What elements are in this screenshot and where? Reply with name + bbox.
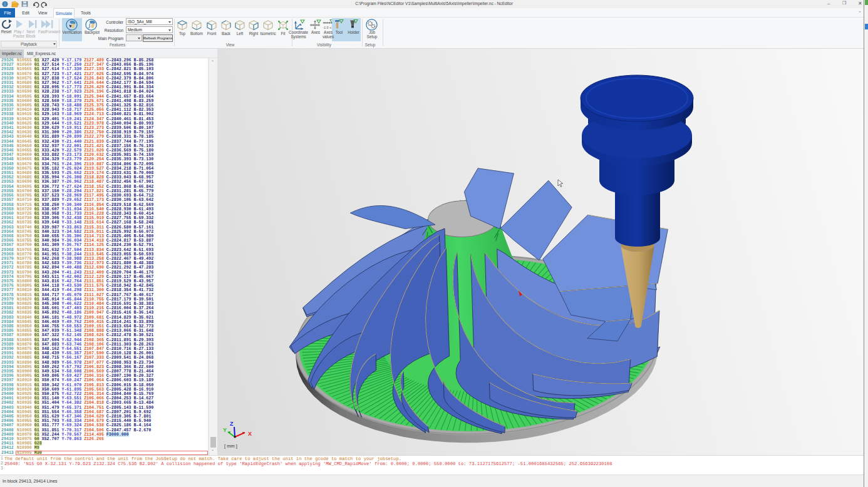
svg-text:Y: Y <box>223 427 227 433</box>
svg-text:X: X <box>248 431 252 437</box>
svg-text:[ mm ]: [ mm ] <box>224 443 237 449</box>
svg-text:Z: Z <box>230 421 234 427</box>
